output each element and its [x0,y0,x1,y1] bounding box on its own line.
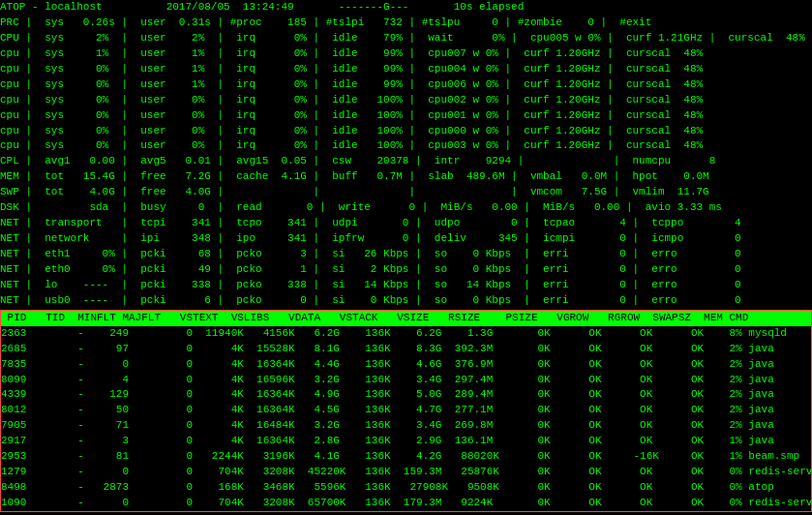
process-row-7: 2917 - 3 0 4K 16364K 2.8G 136K 2.9G 136.… [1,434,811,449]
cpu-row-6: cpu | sys 0% | user 0% | irq 0% | idle 1… [0,124,812,139]
net-lo-row: NET | lo ---- | pcki 338 | pcko 338 | si… [0,278,812,293]
process-row-4: 4339 - 129 0 4K 16364K 4.9G 136K 5.0G 28… [1,387,811,403]
cpu-row-0: CPU | sys 2% | user 2% | irq 0% | idle 7… [0,31,812,46]
net-usb0-row: NET | usb0 ---- | pcki 6 | pcko 0 | si 0… [0,293,812,309]
cpl-row: CPL | avg1 0.00 | avg5 0.01 | avg15 0.05… [0,154,812,169]
process-row-5: 8012 - 50 0 4K 16364K 4.5G 136K 4.7G 277… [1,403,811,418]
process-row-1: 2685 - 97 0 4K 15528K 8.1G 136K 8.3G 392… [1,342,811,357]
process-table-header: PID TID MINFLT MAJFLT VSTEXT VSLIBS VDAT… [1,311,811,326]
cpu-row-2: cpu | sys 0% | user 1% | irq 0% | idle 9… [0,62,812,77]
cpu-row-4: cpu | sys 0% | user 0% | irq 0% | idle 1… [0,93,812,108]
terminal: ATOP - localhost 2017/08/05 13:24:49 ---… [0,0,812,515]
process-row-9: 1279 - 0 0 704K 3208K 45220K 136K 159.3M… [1,465,811,480]
process-row-0: 2363 - 249 0 11940K 4156K 6.2G 136K 6.2G… [1,326,811,342]
process-row-8: 2953 - 81 0 2244K 3196K 4.1G 136K 4.2G 8… [1,449,811,465]
net-eth0-row: NET | eth0 0% | pcki 49 | pcko 1 | si 2 … [0,262,812,278]
net-eth1-row: NET | eth1 0% | pcki 68 | pcko 3 | si 26… [0,247,812,262]
net-network-row: NET | network | ipi 348 | ipo 341 | ipfr… [0,231,812,247]
process-row-10: 8498 - 2873 0 168K 3468K 5596K 136K 2790… [1,480,811,496]
process-row-11: 1090 - 0 0 704K 3208K 65700K 136K 179.3M… [1,496,811,511]
cpu-row-3: cpu | sys 0% | user 1% | irq 0% | idle 9… [0,77,812,93]
process-section: PID TID MINFLT MAJFLT VSTEXT VSLIBS VDAT… [0,310,812,512]
cpu-row-5: cpu | sys 0% | user 0% | irq 0% | idle 1… [0,108,812,124]
dsk-row: DSK | sda | busy 0 | read 0 | write 0 | … [0,200,812,216]
cpu-row-1: cpu | sys 1% | user 1% | irq 0% | idle 9… [0,46,812,62]
process-row-6: 7905 - 71 0 4K 16484K 3.2G 136K 3.4G 269… [1,418,811,434]
process-row-2: 7835 - 0 0 4K 16364K 4.4G 136K 4.6G 376.… [1,357,811,373]
net-transport-row: NET | transport | tcpi 341 | tcpo 341 | … [0,216,812,231]
header-section: ATOP - localhost 2017/08/05 13:24:49 ---… [0,0,812,309]
swp-row: SWP | tot 4.0G | free 4.0G | | | | vmcom… [0,185,812,200]
prc-row: PRC | sys 0.26s | user 0.31s | #proc 185… [0,15,812,31]
cpu-row-7: cpu | sys 0% | user 0% | irq 0% | idle 1… [0,138,812,154]
title-row: ATOP - localhost 2017/08/05 13:24:49 ---… [0,0,812,15]
process-row-3: 8099 - 4 0 4K 16596K 3.2G 136K 3.4G 297.… [1,373,811,388]
mem-row: MEM | tot 15.4G | free 7.2G | cache 4.1G… [0,169,812,185]
